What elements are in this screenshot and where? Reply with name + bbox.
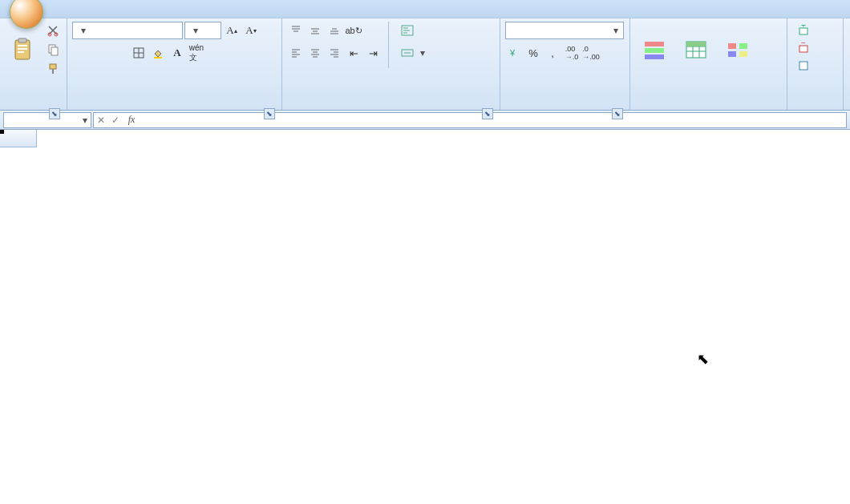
cut-button[interactable] [44,22,62,39]
formula-bar: ▾ ✕ ✓ fx [0,111,850,130]
svg-rect-10 [52,69,54,74]
align-middle-button[interactable] [306,22,324,39]
bold-button[interactable] [72,44,90,62]
format-cells-button[interactable] [792,57,817,75]
align-center-button[interactable] [306,44,324,62]
delete-cells-button[interactable]: − [792,39,817,57]
border-button[interactable] [130,44,148,62]
shrink-font-button[interactable]: A▾ [242,22,260,39]
align-top-button[interactable] [287,22,305,39]
ribbon: ⬊ ▾ ▾ A▴ A▾ A wén文 ⬊ [0,18,850,111]
svg-rect-40 [645,48,664,53]
svg-rect-51 [739,51,747,57]
svg-rect-39 [645,42,664,46]
svg-rect-8 [51,47,58,55]
clipboard-launcher[interactable]: ⬊ [49,108,60,119]
svg-rect-47 [686,42,706,46]
align-left-button[interactable] [287,44,305,62]
paste-button[interactable] [5,22,41,79]
svg-text:−: − [801,42,806,47]
accounting-format-button[interactable]: ¥ [505,44,523,62]
svg-rect-56 [799,62,808,70]
grow-font-button[interactable]: A▴ [223,22,241,39]
font-color-button[interactable]: A [168,44,186,62]
mouse-cursor: ⬉ [697,350,709,368]
cell-styles-button[interactable] [718,22,757,79]
svg-rect-4 [18,51,24,53]
align-launcher[interactable]: ⬊ [482,108,493,119]
svg-text:¥: ¥ [509,48,516,58]
formula-input[interactable] [140,115,846,126]
svg-rect-49 [739,43,747,49]
merge-center-button[interactable]: ▾ [395,44,431,62]
conditional-format-button[interactable] [635,22,674,79]
italic-button[interactable] [91,44,109,62]
svg-text:+: + [801,25,806,30]
underline-button[interactable] [111,44,128,62]
insert-cells-button[interactable]: + [792,22,817,39]
font-size-combo[interactable]: ▾ [184,22,221,39]
align-bottom-button[interactable] [326,22,343,39]
ribbon-tabs [0,0,850,18]
decrease-decimal-button[interactable]: .0→.00 [582,44,600,62]
wrap-text-button[interactable] [395,22,431,39]
name-box[interactable]: ▾ [3,112,91,128]
percent-button[interactable]: % [524,44,542,62]
increase-indent-button[interactable]: ⇥ [364,44,382,62]
cancel-formula-button[interactable]: ✕ [94,115,108,126]
svg-rect-3 [18,48,27,50]
font-name-combo[interactable]: ▾ [72,22,183,39]
orientation-button[interactable]: ab↻ [345,22,362,39]
number-launcher[interactable]: ⬊ [612,108,623,119]
fill-color-button[interactable] [149,44,167,62]
format-painter-button[interactable] [44,60,62,78]
svg-rect-41 [645,54,664,59]
copy-button[interactable] [44,41,62,58]
enter-formula-button[interactable]: ✓ [108,115,123,126]
svg-rect-50 [728,51,736,57]
svg-rect-9 [50,64,56,69]
select-all-corner[interactable] [0,130,37,147]
svg-rect-2 [18,45,27,46]
format-table-button[interactable] [677,22,715,79]
comma-button[interactable]: , [544,44,561,62]
number-format-combo[interactable]: ▾ [505,22,624,39]
phonetic-button[interactable]: wén文 [188,44,205,62]
svg-rect-1 [18,38,26,42]
insert-function-button[interactable]: fx [123,114,140,126]
spreadsheet-grid[interactable]: ⬉ [0,130,850,504]
svg-rect-48 [728,43,736,49]
svg-rect-14 [154,57,162,58]
align-right-button[interactable] [326,44,343,62]
increase-decimal-button[interactable]: .00→.0 [563,44,581,62]
font-launcher[interactable]: ⬊ [264,108,275,119]
decrease-indent-button[interactable]: ⇤ [345,44,362,62]
